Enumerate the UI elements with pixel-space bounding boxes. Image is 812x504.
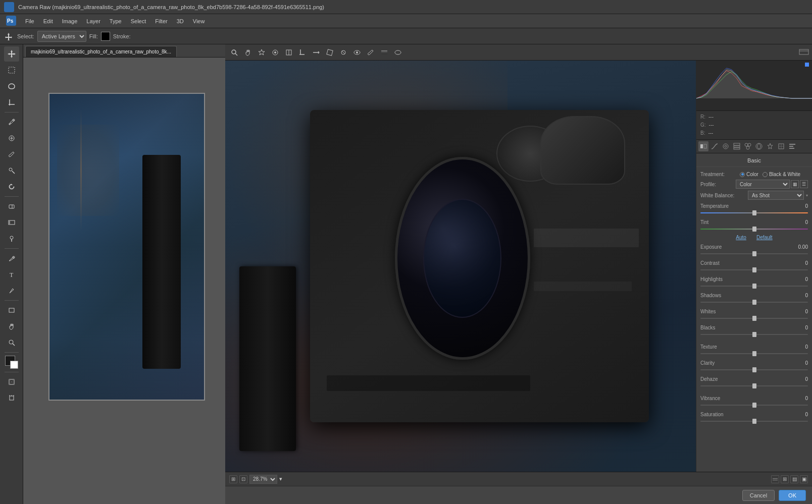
- zoom-level-select[interactable]: 28.7%: [249, 475, 277, 484]
- selection-tool[interactable]: [4, 63, 19, 78]
- dodge-tool[interactable]: [4, 231, 19, 246]
- whites-slider[interactable]: [700, 318, 808, 319]
- cr-wb-tool[interactable]: [256, 46, 268, 59]
- dehaze-thumb[interactable]: [752, 383, 756, 388]
- bw-option[interactable]: Black & White: [763, 172, 800, 177]
- cr-red-eye[interactable]: [351, 46, 363, 59]
- hand-tool[interactable]: [4, 319, 19, 334]
- brush-tool[interactable]: [4, 147, 19, 162]
- cr-calibration-icon[interactable]: [776, 141, 786, 151]
- cr-grad-filter[interactable]: [378, 46, 390, 59]
- cr-tone-curve-icon[interactable]: [709, 141, 720, 151]
- zoom-fill-btn[interactable]: ⊡: [239, 475, 247, 483]
- cr-zoom-tool[interactable]: [228, 46, 240, 59]
- clarity-slider[interactable]: [700, 369, 808, 370]
- vibrance-slider[interactable]: [700, 405, 808, 406]
- menu-filter[interactable]: Filter: [151, 17, 171, 26]
- vibrance-thumb[interactable]: [752, 403, 756, 408]
- default-button[interactable]: Default: [756, 235, 773, 240]
- crop-tool[interactable]: [4, 95, 19, 110]
- texture-thumb[interactable]: [752, 351, 756, 356]
- cr-detail-icon[interactable]: [721, 141, 731, 151]
- healing-tool[interactable]: [4, 131, 19, 146]
- temperature-thumb[interactable]: [752, 210, 756, 215]
- history-tool[interactable]: [4, 179, 19, 194]
- profile-select[interactable]: Color: [736, 180, 790, 189]
- move-tool[interactable]: [4, 46, 19, 62]
- cr-radial-filter[interactable]: [392, 46, 404, 59]
- cr-targeted-adj[interactable]: [283, 46, 295, 59]
- move-tool-options[interactable]: [3, 31, 14, 42]
- shadows-thumb[interactable]: [752, 300, 756, 305]
- blacks-thumb[interactable]: [752, 332, 756, 337]
- menu-file[interactable]: File: [21, 17, 38, 26]
- auto-button[interactable]: Auto: [736, 235, 746, 240]
- highlights-thumb[interactable]: [752, 284, 756, 289]
- eraser-tool[interactable]: [4, 199, 19, 214]
- whites-thumb[interactable]: [752, 316, 756, 321]
- blacks-slider[interactable]: [700, 334, 808, 335]
- cr-crop-tool[interactable]: [296, 46, 309, 59]
- contrast-slider[interactable]: [700, 269, 808, 270]
- color-swatches[interactable]: [4, 355, 19, 370]
- layer-select[interactable]: Active Layers: [37, 31, 86, 42]
- frame-tool[interactable]: [4, 374, 19, 389]
- cr-color-grading-icon[interactable]: [743, 141, 753, 151]
- cr-presets-icon[interactable]: [787, 141, 797, 151]
- cr-effects-icon[interactable]: [765, 141, 775, 151]
- eyedropper-tool[interactable]: [4, 115, 19, 130]
- cr-lens-icon[interactable]: [754, 141, 764, 151]
- bw-radio[interactable]: [763, 172, 768, 177]
- cr-basic-icon[interactable]: [698, 141, 708, 151]
- cancel-button[interactable]: Cancel: [742, 490, 775, 501]
- cr-expand-btn[interactable]: [799, 48, 809, 57]
- saturation-thumb[interactable]: [752, 419, 756, 424]
- cr-hsl-icon[interactable]: [732, 141, 742, 151]
- menu-ps[interactable]: Ps: [2, 14, 20, 28]
- profile-menu-btn[interactable]: ☰: [800, 180, 808, 188]
- cr-color-sampler[interactable]: [269, 46, 281, 59]
- lasso-tool[interactable]: [4, 79, 19, 94]
- exposure-thumb[interactable]: [752, 251, 756, 256]
- tint-thumb[interactable]: [752, 227, 756, 232]
- fill-swatch[interactable]: [101, 32, 110, 41]
- rectangle-tool[interactable]: [4, 303, 19, 318]
- menu-edit[interactable]: Edit: [39, 17, 57, 26]
- shadows-slider[interactable]: [700, 302, 808, 303]
- cr-spot-removal[interactable]: [337, 46, 349, 59]
- saturation-slider[interactable]: [700, 421, 808, 422]
- profile-grid-btn[interactable]: ▦: [791, 180, 799, 188]
- contrast-thumb[interactable]: [752, 267, 756, 272]
- menu-type[interactable]: Type: [106, 17, 126, 26]
- menu-image[interactable]: Image: [58, 17, 82, 26]
- workflow-options-btn[interactable]: [771, 475, 779, 483]
- exposure-slider[interactable]: [700, 253, 808, 254]
- color-option[interactable]: Color: [740, 172, 758, 177]
- background-color[interactable]: [10, 361, 18, 369]
- zoom-fit-btn[interactable]: ⊞: [229, 475, 237, 483]
- menu-select[interactable]: Select: [127, 17, 150, 26]
- artboard-tool[interactable]: [4, 390, 19, 406]
- fullscreen-btn[interactable]: ▣: [800, 475, 808, 483]
- highlights-slider[interactable]: [700, 286, 808, 287]
- gradient-tool[interactable]: [4, 215, 19, 230]
- text-tool[interactable]: T: [4, 267, 19, 282]
- tint-slider[interactable]: [700, 229, 808, 230]
- menu-layer[interactable]: Layer: [82, 17, 105, 26]
- filmstrip-btn[interactable]: ▤: [790, 475, 798, 483]
- dehaze-slider[interactable]: [700, 385, 808, 386]
- wb-select[interactable]: As Shot: [748, 191, 804, 200]
- cr-hand-tool[interactable]: [242, 46, 254, 59]
- cr-adjustment-brush[interactable]: [365, 46, 377, 59]
- menu-3d[interactable]: 3D: [173, 17, 188, 26]
- menu-view[interactable]: View: [189, 17, 209, 26]
- zoom-tool[interactable]: [4, 335, 19, 350]
- clarity-thumb[interactable]: [752, 367, 756, 372]
- cr-transform-tool[interactable]: [324, 46, 336, 59]
- cr-straighten-tool[interactable]: [310, 46, 322, 59]
- path-select-tool[interactable]: [4, 283, 19, 298]
- ok-button[interactable]: OK: [779, 490, 806, 501]
- clone-tool[interactable]: [4, 163, 19, 178]
- color-radio[interactable]: [740, 172, 745, 177]
- pen-tool[interactable]: [4, 251, 19, 266]
